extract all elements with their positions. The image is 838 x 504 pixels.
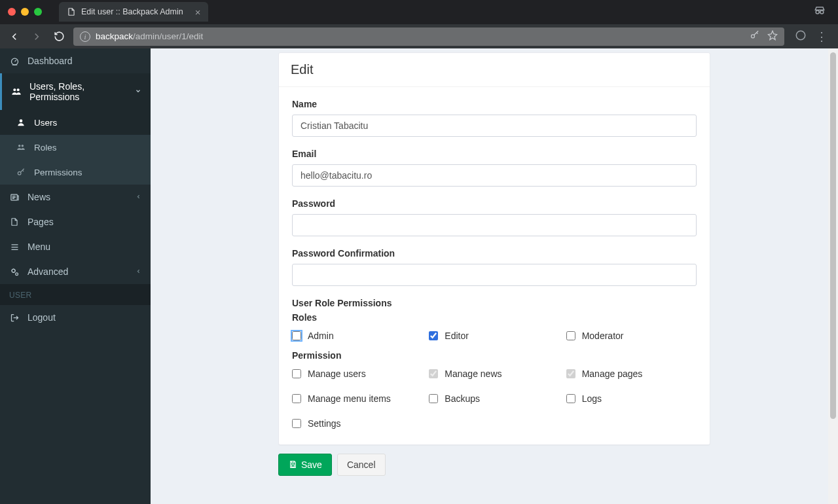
checkbox-input[interactable] (429, 369, 438, 378)
sidebar-item-advanced[interactable]: Advanced (0, 259, 151, 284)
sidebar-item-roles[interactable]: Roles (0, 135, 151, 160)
cancel-button-label: Cancel (347, 459, 376, 470)
site-info-icon[interactable]: i (80, 31, 90, 42)
file-icon (9, 217, 20, 227)
checkbox-input[interactable] (429, 331, 438, 340)
permission-checkbox[interactable]: Manage pages (566, 369, 697, 379)
address-bar[interactable]: i backpack/admin/user/1/edit (73, 27, 784, 46)
sidebar-item-label: Logout (27, 312, 56, 323)
key-icon (16, 167, 26, 177)
permission-checkbox[interactable]: Manage menu items (292, 393, 422, 404)
email-field[interactable] (292, 164, 697, 187)
password-confirmation-field[interactable] (292, 264, 697, 286)
tab-close-icon[interactable]: × (195, 7, 201, 18)
menu-icon[interactable]: ⋮ (816, 31, 828, 43)
scrollbar[interactable] (828, 48, 838, 504)
list-icon (9, 242, 20, 252)
svg-point-1 (820, 10, 824, 14)
checkbox-label: Moderator (582, 331, 624, 341)
name-label: Name (292, 99, 697, 109)
save-button-label: Save (301, 459, 322, 470)
dashboard-icon (9, 56, 20, 66)
checkbox-input[interactable] (566, 394, 575, 403)
window-close-icon[interactable] (8, 8, 16, 16)
checkbox-label: Manage users (308, 369, 366, 379)
permission-checkbox[interactable]: Manage news (429, 369, 559, 379)
browser-reload-button[interactable] (51, 29, 67, 45)
browser-forward-button[interactable] (29, 29, 45, 45)
checkbox-input[interactable] (292, 369, 301, 378)
role-checkbox[interactable]: Admin (292, 331, 422, 341)
sidebar-item-pages[interactable]: Pages (0, 209, 151, 234)
file-icon (67, 7, 76, 16)
browser-back-button[interactable] (7, 29, 22, 45)
page-title: Edit (279, 53, 710, 87)
role-checkbox[interactable]: Editor (429, 331, 559, 341)
sidebar-item-label: Dashboard (27, 56, 73, 66)
key-icon[interactable] (750, 30, 759, 43)
chevron-down-icon (135, 88, 141, 96)
chevron-left-icon (136, 193, 141, 201)
name-field[interactable] (292, 115, 697, 137)
browser-tab[interactable]: Edit user :: Backpack Admin × (59, 2, 208, 22)
sidebar-item-news[interactable]: News (0, 185, 151, 209)
password-label: Password (292, 198, 697, 209)
sidebar-item-menu[interactable]: Menu (0, 234, 151, 259)
sidebar-item-permissions[interactable]: Permissions (0, 160, 151, 185)
logout-icon (9, 312, 20, 323)
newspaper-icon (9, 192, 20, 202)
svg-point-7 (20, 119, 23, 122)
checkbox-label: Backups (445, 393, 480, 404)
sidebar-item-users-roles-permissions[interactable]: Users, Roles, Permissions (0, 73, 151, 110)
sidebar-item-logout[interactable]: Logout (0, 305, 151, 330)
password-confirmation-label: Password Confirmation (292, 248, 697, 259)
checkbox-input[interactable] (566, 331, 575, 340)
checkbox-input[interactable] (292, 419, 301, 428)
app-root: Dashboard Users, Roles, Permissions User… (0, 48, 838, 504)
star-icon[interactable] (767, 30, 778, 43)
roles-heading: Roles (292, 312, 697, 323)
save-icon (288, 460, 297, 469)
password-field[interactable] (292, 214, 697, 236)
sidebar-item-label: Users, Roles, Permissions (29, 81, 127, 102)
form-actions: Save Cancel (278, 454, 710, 476)
role-checkbox[interactable]: Moderator (566, 331, 697, 341)
sidebar-item-users[interactable]: Users (0, 110, 151, 135)
permission-checkbox[interactable]: Settings (292, 418, 422, 429)
sidebar-item-label: News (27, 192, 50, 202)
window-minimize-icon[interactable] (21, 8, 29, 16)
scrollbar-thumb[interactable] (830, 52, 836, 419)
sidebar-item-dashboard[interactable]: Dashboard (0, 48, 151, 73)
gears-icon (9, 266, 20, 277)
window-zoom-icon[interactable] (34, 8, 42, 16)
checkbox-input[interactable] (292, 331, 301, 340)
checkbox-input[interactable] (566, 369, 575, 378)
permission-checkbox[interactable]: Backups (429, 393, 559, 404)
permission-checkbox[interactable]: Manage users (292, 369, 422, 379)
sidebar-item-label: Advanced (27, 266, 68, 277)
checkbox-label: Manage news (445, 369, 501, 379)
checkbox-input[interactable] (429, 394, 438, 403)
svg-rect-14 (291, 465, 294, 467)
group-icon (11, 86, 22, 97)
save-button[interactable]: Save (278, 454, 332, 476)
profile-icon[interactable] (795, 29, 807, 44)
svg-point-8 (18, 145, 21, 147)
checkbox-input[interactable] (292, 394, 301, 403)
roles-grid: AdminEditorModerator (292, 331, 697, 341)
permission-checkbox[interactable]: Logs (566, 393, 697, 404)
sidebar-item-label: Users (34, 118, 57, 128)
incognito-icon (813, 4, 826, 20)
checkbox-label: Manage menu items (308, 393, 391, 404)
window-controls[interactable] (8, 8, 42, 16)
cancel-button[interactable]: Cancel (337, 454, 386, 476)
svg-point-3 (796, 31, 805, 40)
browser-toolbar: i backpack/admin/user/1/edit ⋮ (0, 24, 838, 48)
sidebar: Dashboard Users, Roles, Permissions User… (0, 48, 151, 504)
checkbox-label: Admin (308, 331, 334, 341)
svg-point-12 (12, 269, 15, 272)
permissions-grid: Manage usersManage newsManage pagesManag… (292, 369, 697, 429)
browser-tab-title: Edit user :: Backpack Admin (81, 7, 183, 16)
permission-heading: Permission (292, 350, 697, 361)
sidebar-item-label: Pages (27, 217, 54, 227)
